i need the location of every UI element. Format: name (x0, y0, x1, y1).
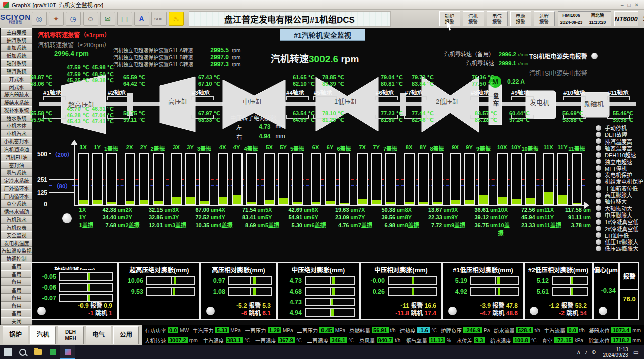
metric-label: 烟气氧量 (406, 337, 427, 344)
eccentricity-value: -0.34 (594, 286, 618, 294)
bottom-tab[interactable]: DEHMEH (58, 326, 84, 344)
gauge-value: 4.68 (281, 288, 302, 295)
tray-icon[interactable]: ∧ (577, 349, 581, 355)
file-explorer-button[interactable] (30, 345, 45, 359)
metric-unit: ℃ (348, 338, 354, 343)
gauge-center-line (250, 288, 251, 295)
panel-报警: 报警76.0 (619, 262, 639, 320)
tray-icons: ∧♪⊕ (575, 349, 598, 355)
metric: 总燃料量56.91t/h (349, 327, 396, 334)
metric-value: 0.0 (567, 327, 577, 333)
metric-label: 二再压力 (297, 327, 318, 334)
gauge-bar (388, 287, 437, 296)
metric: 水位差9.3 (456, 337, 485, 344)
metric: 炉膛负压-246.9Pa (441, 327, 490, 334)
tray-icon[interactable]: ⊕ (591, 349, 596, 355)
gauge-center-line (171, 277, 172, 284)
graphx-icon (65, 349, 71, 355)
bottom-tab[interactable]: 电气 (86, 326, 111, 344)
gauge-bar (228, 287, 272, 296)
gauge-row: -0.05 (35, 272, 113, 281)
metric-value: 100.8 (513, 337, 530, 343)
metric-value: 840.7 (377, 337, 394, 343)
gauge-marker (571, 277, 573, 284)
taskbar-clock[interactable]: 11:13 2024/09/23 (603, 347, 628, 358)
panel-limits: -11 报警 16.6-11.8 跳机 17.4 (361, 302, 441, 319)
bottom-tab[interactable]: 锅炉 (3, 326, 28, 344)
metric: 真空-72.15kPa (542, 337, 583, 344)
gauge-bar (59, 283, 113, 292)
gauge-value: 5.61 (528, 288, 549, 295)
app-button-green[interactable] (45, 345, 60, 359)
bottom-tab[interactable]: 汽机 (30, 326, 56, 344)
gauge-marker (498, 288, 500, 295)
panel-title: #2低压相对膨胀(mm) (525, 265, 592, 274)
metric: 给水流量528.4t/h (494, 327, 540, 334)
gauge-bar (305, 287, 355, 296)
gauge-bar (388, 276, 437, 285)
gauge-bar (305, 298, 355, 306)
gauge-value: 10.06 (122, 277, 143, 284)
gauge-value: 4.73 (281, 299, 302, 306)
gauge-bar (59, 272, 113, 281)
gauge-row: 4.68 (281, 287, 355, 296)
gauge-bar (305, 308, 355, 317)
metric-value: 1.29 (268, 327, 281, 333)
gauge-row: 9.53 (122, 287, 195, 296)
metric-label: 给水流量 (494, 327, 515, 334)
metric-unit: MPa (283, 328, 293, 333)
metric-unit: t/h (390, 328, 396, 333)
tab-line: 电气 (92, 332, 105, 338)
gauge-center-line (171, 288, 172, 295)
gauge-row: 1.08 (204, 287, 272, 296)
gauge-marker (173, 288, 175, 295)
green-app-icon (50, 349, 56, 355)
gauge-value: -0.00 (364, 277, 385, 284)
metric-value: -246.9 (463, 327, 482, 333)
metric: 主汽温度383.1℃ (203, 337, 250, 344)
metric-value: -72.15 (554, 337, 573, 343)
gauge-row: 0.26 (364, 287, 437, 296)
notification-icon[interactable]: ▭ (633, 349, 639, 356)
panel-title: 偏心(μm) (594, 265, 618, 274)
metric-label: 总风量 (359, 337, 375, 344)
tray-icon[interactable]: ♪ (585, 349, 588, 355)
metric-label: 有功功率 (145, 327, 166, 334)
panel-title: 中压相对膨胀(mm) (361, 265, 441, 274)
gauge-bar (146, 276, 195, 285)
metric-unit: ℃ (431, 328, 437, 333)
expansion-panels: 轴向位移(mm)-0.05-0.06-0.07-0.9 报警 0.9-1 跳机 … (31, 262, 639, 320)
metric-label: 大机转速 (145, 337, 166, 344)
metric: 过热度-1.6℃ (399, 327, 437, 334)
metric: 给水温度100.8℃ (490, 337, 537, 344)
graphx-taskbar-button[interactable] (60, 345, 75, 359)
metric-unit: ℃ (296, 338, 302, 343)
panel-title: 轴向位移(mm) (32, 265, 117, 270)
panel-中压相对膨胀(mm): 中压相对膨胀(mm)-0.000.26-11 报警 16.6-11.8 跳机 1… (360, 262, 442, 320)
metric: 除氧水位1718.2mm (589, 337, 641, 344)
gauge-row: 5.12 (528, 276, 588, 285)
taskbar-time: 11:13 (616, 347, 628, 352)
gauge-bar (552, 287, 588, 296)
metric-label: 凝器水位 (589, 327, 610, 334)
panel-title: #1低压相对膨胀(mm) (443, 265, 523, 274)
gauge-marker (497, 277, 500, 284)
search-button[interactable] (15, 345, 30, 359)
gauge-bar (470, 276, 519, 285)
start-button[interactable] (0, 345, 15, 359)
metric-value: 528.4 (516, 327, 533, 333)
metric-unit: MPa (335, 328, 346, 333)
tab-line: 汽机 (37, 332, 49, 338)
gauge-row: 4.73 (281, 298, 355, 306)
gauge-center-line (250, 277, 251, 284)
gauge-value: 4.73 (281, 277, 302, 284)
bottom-tab[interactable]: 公用 (113, 326, 139, 344)
gauge-row: 5.19 (446, 276, 519, 285)
panel-title: 超高压绝对膨胀(mm) (119, 265, 199, 274)
panel-alarm-title: 报警 (620, 263, 638, 290)
metrics-row-2: 大机转速3007.2rpm主汽温度383.1℃一再温度367.9℃二再温度346… (143, 335, 643, 345)
tab-line: 公用 (120, 332, 132, 338)
gauge-row: -0.00 (364, 276, 437, 285)
metric: 烟气氧量11.13% (406, 337, 451, 344)
gauge-row: 4.94 (281, 308, 355, 317)
